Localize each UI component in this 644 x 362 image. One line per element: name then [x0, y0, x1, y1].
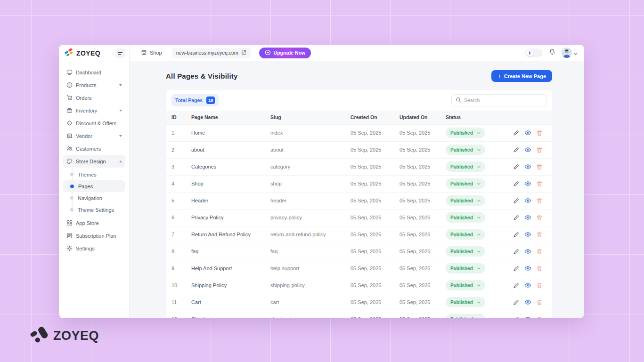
status-dropdown[interactable]: Published: [446, 161, 485, 172]
delete-button[interactable]: [537, 215, 542, 221]
footer-brand-text: ZOYEQ: [53, 329, 99, 343]
footer-brand: ZOYEQ: [30, 327, 99, 345]
avatar: [562, 48, 572, 58]
table-row: 11 Cart cart 05 Sep, 2025 05 Sep, 2025 P…: [166, 294, 552, 311]
sidebar-item-vendor[interactable]: Vendor: [63, 129, 125, 142]
view-button[interactable]: [524, 265, 531, 271]
sidebar-item-app-store[interactable]: App Store: [63, 217, 125, 229]
sidebar-subitem-navigation[interactable]: Navigation: [63, 192, 125, 204]
cell-id: 7: [166, 226, 191, 243]
brand-logo[interactable]: ZOYEQ: [65, 48, 100, 58]
status-dropdown[interactable]: Published: [446, 314, 485, 318]
view-button[interactable]: [524, 249, 531, 254]
sidebar-item-inventory[interactable]: Inventory: [63, 104, 125, 117]
status-dropdown[interactable]: Published: [446, 195, 485, 206]
edit-button[interactable]: [513, 130, 519, 136]
upgrade-now-button[interactable]: Upgrade Now: [259, 48, 311, 58]
delete-button[interactable]: [537, 181, 542, 187]
store-url-link[interactable]: new-business.myzoyeq.com: [172, 48, 251, 58]
edit-button[interactable]: [513, 316, 519, 318]
total-pages-chip[interactable]: Total Pages 18: [171, 94, 219, 106]
chevron-down-icon: [477, 233, 481, 236]
edit-button[interactable]: [513, 164, 519, 170]
view-button[interactable]: [524, 147, 531, 153]
edit-icon: [513, 299, 519, 306]
sidebar-item-settings[interactable]: Settings: [63, 242, 125, 255]
view-button[interactable]: [524, 215, 531, 220]
edit-icon: [513, 147, 519, 153]
view-button[interactable]: [524, 299, 531, 305]
status-label: Published: [450, 283, 473, 288]
cell-page-name: Return And Refund Policy: [191, 226, 270, 243]
delete-icon: [537, 198, 542, 204]
sidebar-item-discount-offers[interactable]: Discount & Offers: [63, 117, 125, 129]
create-new-page-button[interactable]: + Create New Page: [491, 70, 552, 82]
view-button[interactable]: [524, 316, 531, 318]
sidebar-item-products[interactable]: Products: [63, 79, 125, 91]
status-dropdown[interactable]: Published: [446, 128, 485, 138]
edit-button[interactable]: [513, 181, 519, 187]
delete-button[interactable]: [537, 265, 542, 272]
status-dropdown[interactable]: Published: [446, 246, 485, 257]
sidebar-collapse-button[interactable]: [115, 48, 125, 58]
sidebar-item-customers[interactable]: Customers: [63, 142, 125, 155]
sidebar-subitem-pages[interactable]: Pages: [63, 180, 125, 192]
delete-button[interactable]: [537, 316, 542, 318]
view-button[interactable]: [524, 232, 531, 237]
cell-created-on: 05 Sep, 2025: [351, 209, 399, 226]
delete-button[interactable]: [537, 249, 542, 255]
column-header-actions: [513, 111, 552, 124]
edit-button[interactable]: [513, 265, 519, 272]
view-button[interactable]: [524, 181, 531, 186]
status-dropdown[interactable]: Published: [446, 145, 485, 155]
sidebar-item-orders[interactable]: Orders: [63, 91, 125, 104]
sidebar-subitem-theme-settings[interactable]: Theme Settings: [63, 204, 125, 216]
edit-button[interactable]: [513, 147, 519, 153]
delete-icon: [537, 265, 542, 272]
delete-button[interactable]: [537, 282, 542, 289]
status-dropdown[interactable]: Published: [446, 280, 485, 290]
delete-button[interactable]: [537, 164, 542, 170]
status-dropdown[interactable]: Published: [446, 178, 485, 189]
cell-slug: header: [270, 192, 351, 209]
notifications-button[interactable]: [549, 48, 555, 57]
pages-card: Total Pages 18: [166, 90, 552, 318]
delete-button[interactable]: [537, 147, 542, 153]
cell-created-on: 05 Sep, 2025: [351, 260, 399, 277]
delete-button[interactable]: [537, 299, 542, 306]
status-dropdown[interactable]: Published: [446, 229, 485, 240]
edit-button[interactable]: [513, 198, 519, 204]
edit-button[interactable]: [513, 232, 519, 238]
cell-created-on: 05 Sep, 2025: [351, 226, 399, 243]
status-dropdown[interactable]: Published: [446, 212, 485, 223]
view-button[interactable]: [524, 130, 531, 136]
edit-button[interactable]: [513, 249, 519, 255]
sidebar-item-subscription-plan[interactable]: Subscription Plan: [63, 229, 125, 242]
chevron-down-icon: [477, 267, 481, 270]
status-label: Published: [450, 215, 473, 220]
delete-button[interactable]: [537, 198, 542, 204]
delete-button[interactable]: [537, 232, 542, 238]
view-icon: [524, 130, 531, 136]
sidebar-item-dashboard[interactable]: Dashboard: [63, 66, 125, 79]
sidebar-subitem-themes[interactable]: Themes: [63, 169, 125, 180]
row-actions: [513, 282, 552, 289]
status-dropdown[interactable]: Published: [446, 263, 485, 274]
view-button[interactable]: [524, 198, 531, 203]
view-button[interactable]: [524, 164, 531, 169]
theme-toggle[interactable]: [525, 48, 543, 57]
cell-id: 5: [166, 192, 191, 209]
cell-page-name: about: [191, 141, 270, 158]
status-dropdown[interactable]: Published: [446, 297, 485, 307]
edit-button[interactable]: [513, 282, 519, 289]
cell-page-name: faq: [191, 243, 270, 260]
edit-button[interactable]: [513, 215, 519, 221]
delete-button[interactable]: [537, 130, 542, 136]
search-input[interactable]: [464, 97, 542, 103]
sidebar-item-store-design[interactable]: Store Design: [63, 155, 125, 168]
view-button[interactable]: [524, 282, 531, 288]
user-menu[interactable]: [562, 48, 578, 58]
topbar: Shop new-business.myzoyeq.com Upgrade No…: [130, 45, 584, 61]
edit-button[interactable]: [513, 299, 519, 306]
cell-page-name: Cart: [191, 294, 270, 311]
